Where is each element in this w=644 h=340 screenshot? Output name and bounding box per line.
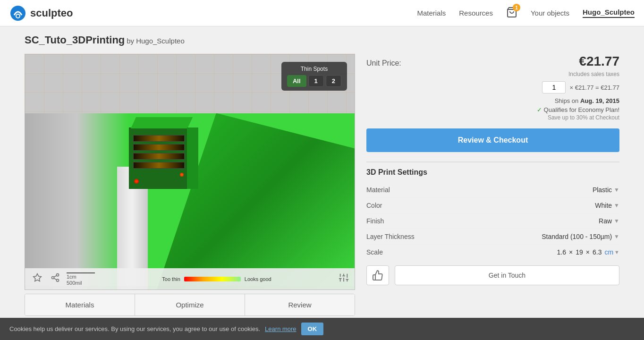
green-surface — [25, 113, 355, 290]
layer-thickness-row: Layer Thickness Standard (100 - 150µm) ▼ — [366, 229, 619, 245]
viewer-bottom: 1cm 500mil Too thin Looks good — [25, 268, 355, 289]
nav-materials[interactable]: Materials — [417, 9, 446, 17]
unit-price-value: €21.77 — [579, 54, 619, 69]
material-label: Material — [366, 186, 390, 194]
scale-unit-select[interactable]: cm ▼ — [604, 248, 619, 256]
svg-point-5 — [52, 277, 54, 279]
economy-plan-text: Qualifies for Economy Plan! — [544, 106, 619, 113]
color-value-wrapper[interactable]: White ▼ — [595, 202, 619, 209]
qty-calc: × €21.77 = €21.77 — [569, 84, 619, 91]
scale-cm: 1cm — [67, 274, 76, 280]
page-title-row: SC_Tuto_3DPrinting by Hugo_Sculpteo — [25, 34, 619, 46]
scale-z: 6.3 — [593, 248, 602, 256]
svg-marker-3 — [34, 274, 42, 281]
ships-info: Ships on Aug. 19, 2015 — [366, 97, 619, 104]
scale-x: 1.6 — [557, 248, 566, 256]
thin-spots-2-btn[interactable]: 2 — [326, 75, 341, 87]
color-row: Color White ▼ — [366, 198, 619, 213]
ships-date: Aug. 19, 2015 — [580, 97, 619, 104]
scale-line: 1cm 500mil — [67, 272, 95, 286]
checkmark-icon: ✓ — [537, 106, 542, 113]
layer-thickness-value: Standard (100 - 150µm) — [542, 233, 612, 240]
material-value-wrapper[interactable]: Plastic ▼ — [593, 186, 619, 194]
quantity-row: × €21.77 = €21.77 — [366, 81, 619, 94]
thin-good-bar: Too thin Looks good — [162, 276, 271, 282]
unit-price-label: Unit Price: — [366, 59, 401, 68]
layer-thickness-value-wrapper[interactable]: Standard (100 - 150µm) ▼ — [542, 233, 619, 240]
cookie-ok-button[interactable]: OK — [301, 323, 324, 323]
nav-resources[interactable]: Resources — [459, 9, 493, 17]
looks-good-label: Looks good — [245, 276, 271, 282]
header: sculpteo Materials Resources 1 Your obje… — [0, 0, 644, 26]
svg-point-4 — [57, 274, 59, 276]
viewer-settings-button[interactable] — [339, 272, 349, 285]
nav-username[interactable]: Hugo_Sculpteo — [583, 8, 635, 18]
tab-review[interactable]: Review — [245, 294, 355, 315]
thin-spots-1-btn[interactable]: 1 — [308, 75, 324, 87]
thin-spots-buttons: All 1 2 — [287, 75, 341, 87]
scale-sep2: × — [586, 248, 590, 256]
scale-y: 19 — [576, 248, 583, 256]
scale-mil: 500mil — [67, 280, 82, 286]
svg-line-7 — [54, 278, 57, 280]
svg-point-6 — [57, 279, 59, 281]
color-value: White — [595, 202, 612, 209]
main-layout: Thin Spots All 1 2 — [25, 54, 619, 316]
economy-plan: ✓ Qualifies for Economy Plan! — [366, 106, 619, 113]
finish-row: Finish Raw ▼ — [366, 213, 619, 229]
checkout-button[interactable]: Review & Checkout — [366, 128, 619, 152]
svg-line-8 — [54, 275, 57, 277]
viewer-left-actions: 1cm 500mil — [31, 271, 95, 287]
header-nav: Materials Resources 1 Your objects Hugo_… — [417, 7, 635, 19]
right-panel: Unit Price: €21.77 Includes sales taxes … — [366, 54, 619, 285]
favorite-button[interactable] — [31, 271, 44, 287]
logo-text: sculpteo — [30, 7, 73, 19]
thin-spots-panel: Thin Spots All 1 2 — [281, 62, 347, 91]
star-icon — [33, 273, 42, 282]
scale-sep1: × — [569, 248, 573, 256]
tab-materials[interactable]: Materials — [25, 294, 135, 315]
svg-point-1 — [16, 14, 20, 18]
viewer-container[interactable]: Thin Spots All 1 2 — [25, 54, 355, 290]
save-info: Save up to 30% at Checkout — [366, 114, 619, 121]
cart-wrapper[interactable]: 1 — [506, 7, 517, 19]
too-thin-label: Too thin — [162, 276, 180, 282]
nav-your-objects[interactable]: Your objects — [531, 9, 569, 17]
material-row: Material Plastic ▼ — [366, 182, 619, 198]
cart-badge: 1 — [513, 4, 520, 11]
settings-section: 3D Print Settings Material Plastic ▼ Col… — [366, 162, 619, 260]
logo[interactable]: sculpteo — [9, 5, 73, 22]
material-value: Plastic — [593, 186, 612, 194]
tab-optimize[interactable]: Optimize — [135, 294, 245, 315]
gradient-bar — [184, 277, 241, 281]
finish-value: Raw — [599, 217, 612, 225]
page-title: SC_Tuto_3DPrinting — [25, 34, 125, 46]
layer-thickness-label: Layer Thickness — [366, 233, 415, 240]
finish-label: Finish — [366, 217, 384, 225]
scale-unit: cm — [604, 248, 613, 256]
scale-values: 1.6 × 19 × 6.3 cm ▼ — [557, 248, 619, 256]
thin-spots-all-btn[interactable]: All — [287, 75, 306, 87]
settings-title: 3D Print Settings — [366, 168, 619, 177]
color-label: Color — [366, 202, 382, 209]
thumbs-up-icon — [372, 270, 383, 281]
bottom-buttons: Get in Touch — [366, 265, 619, 285]
price-section: Unit Price: €21.77 — [366, 54, 619, 69]
svg-point-0 — [10, 6, 25, 21]
finish-value-wrapper[interactable]: Raw ▼ — [599, 217, 619, 225]
scale-row: Scale 1.6 × 19 × 6.3 cm ▼ — [366, 245, 619, 260]
viewer-section: Thin Spots All 1 2 — [25, 54, 355, 316]
page-content: SC_Tuto_3DPrinting by Hugo_Sculpteo — [15, 26, 629, 323]
color-dropdown-icon: ▼ — [614, 202, 619, 209]
scale-unit-dropdown-icon: ▼ — [614, 249, 619, 255]
get-in-touch-button[interactable]: Get in Touch — [395, 265, 619, 285]
finish-dropdown-icon: ▼ — [614, 218, 619, 224]
material-dropdown-icon: ▼ — [614, 187, 619, 193]
share-icon — [51, 273, 60, 282]
share-button[interactable] — [49, 271, 62, 287]
viewer-tabs: Materials Optimize Review — [25, 294, 355, 316]
thumbs-up-button[interactable] — [366, 265, 389, 285]
quantity-input[interactable] — [542, 81, 566, 94]
scale-label: Scale — [366, 248, 383, 256]
logo-icon — [9, 5, 26, 22]
